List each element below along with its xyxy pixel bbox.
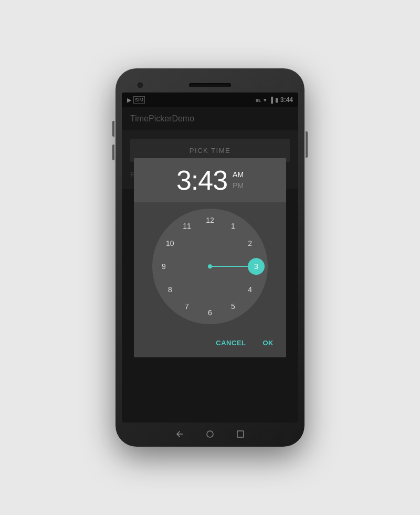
back-button[interactable] [172,427,187,441]
ampm-container: AM PM [233,170,244,190]
volume-down-button [112,145,114,160]
clock-number-12[interactable]: 12 [203,213,217,228]
clock-body[interactable]: 121234567891011 [134,202,286,331]
am-option[interactable]: AM [233,170,244,179]
clock-number-9[interactable]: 9 [156,259,171,274]
phone-screen: ▶ SIM ℡ ▾ ▐ ▮ 3:44 TimePickerDemo PICK T… [122,92,298,423]
power-button [306,131,308,158]
clock-number-2[interactable]: 2 [243,236,257,251]
svg-rect-2 [237,431,244,437]
clock-number-8[interactable]: 8 [163,282,177,297]
clock-number-1[interactable]: 1 [226,219,240,233]
cancel-button[interactable]: CANCEL [209,335,252,351]
dialog-overlay: 3:43 AM PM 121234567891011 CANCEL [122,92,298,423]
dialog-actions: CANCEL OK [134,331,286,357]
svg-point-1 [207,431,213,437]
front-camera [138,83,143,88]
clock-number-4[interactable]: 4 [243,282,257,297]
clock-center-dot [208,264,212,269]
time-picker-dialog: 3:43 AM PM 121234567891011 CANCEL [134,158,286,357]
pm-option[interactable]: PM [233,181,244,190]
phone-frame: ▶ SIM ℡ ▾ ▐ ▮ 3:44 TimePickerDemo PICK T… [116,68,304,447]
dialog-header: 3:43 AM PM [134,158,286,202]
clock-number-6[interactable]: 6 [203,305,217,320]
dialog-time-display: 3:43 [176,167,227,194]
speaker-grille [189,83,231,87]
clock-number-3[interactable]: 3 [248,258,265,275]
clock-face[interactable]: 121234567891011 [152,209,268,324]
clock-number-10[interactable]: 10 [163,236,177,251]
clock-number-7[interactable]: 7 [180,299,194,314]
phone-nav-bar [122,427,298,441]
recents-button[interactable] [233,427,248,441]
ok-button[interactable]: OK [257,335,280,351]
volume-up-button [112,121,114,137]
home-button[interactable] [203,427,217,441]
clock-number-11[interactable]: 11 [180,219,194,233]
phone-top [122,78,298,92]
clock-number-5[interactable]: 5 [226,299,240,314]
